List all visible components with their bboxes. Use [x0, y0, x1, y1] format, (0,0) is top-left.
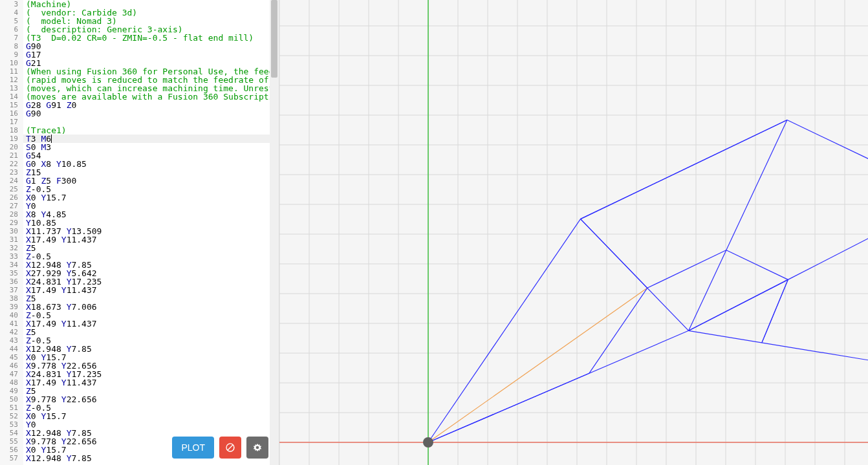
line-number: 25	[0, 185, 23, 193]
code-line[interactable]: T3 M6	[23, 135, 279, 143]
cut-segment	[689, 279, 788, 330]
line-number: 42	[0, 328, 23, 336]
code-line[interactable]: (Trace1)	[23, 126, 279, 135]
line-number: 56	[0, 446, 23, 454]
line-number: 34	[0, 261, 23, 269]
cut-segment	[428, 330, 689, 442]
cut-segment	[762, 279, 788, 342]
editor-code[interactable]: (Machine)( vendor: Carbide 3d)( model: N…	[23, 0, 279, 465]
line-number: 49	[0, 387, 23, 395]
line-number: 19	[0, 135, 23, 143]
code-line[interactable]: X17.49 Y11.437	[23, 235, 279, 244]
cut-segment	[788, 197, 868, 280]
line-number: 30	[0, 227, 23, 235]
stop-button[interactable]	[219, 437, 241, 459]
line-number: 13	[0, 84, 23, 92]
code-line[interactable]: X0 Y15.7	[23, 412, 279, 420]
line-number: 47	[0, 370, 23, 378]
code-line[interactable]: X17.49 Y11.437	[23, 378, 279, 387]
plot-button[interactable]: PLOT	[172, 437, 214, 459]
line-number: 27	[0, 202, 23, 210]
code-line[interactable]: X9.778 Y22.656	[23, 395, 279, 404]
line-number: 3	[0, 0, 23, 8]
line-number: 21	[0, 151, 23, 160]
code-line[interactable]: G28 G91 Z0	[23, 101, 279, 109]
line-number: 33	[0, 252, 23, 261]
code-line[interactable]: G0 X8 Y10.85	[23, 160, 279, 168]
line-number: 52	[0, 412, 23, 420]
line-number: 32	[0, 244, 23, 252]
line-number: 39	[0, 303, 23, 311]
line-number: 41	[0, 319, 23, 328]
editor-gutter: 3456789101112131415161718192021222324252…	[0, 0, 23, 465]
line-number: 17	[0, 118, 23, 126]
line-number: 43	[0, 336, 23, 345]
cut-segment	[689, 120, 787, 331]
code-line[interactable]: Z5	[23, 244, 279, 252]
origin-marker	[423, 437, 433, 448]
line-number: 38	[0, 294, 23, 303]
cut-segment	[428, 219, 581, 442]
editor-scrollbar[interactable]	[270, 0, 279, 465]
line-number: 26	[0, 193, 23, 202]
line-number: 22	[0, 160, 23, 168]
line-number: 29	[0, 219, 23, 227]
code-line[interactable]: S0 M3	[23, 143, 279, 151]
line-number: 31	[0, 235, 23, 244]
line-number: 53	[0, 420, 23, 429]
line-number: 7	[0, 34, 23, 42]
settings-button[interactable]	[246, 437, 268, 459]
line-number: 37	[0, 286, 23, 294]
line-number: 11	[0, 67, 23, 76]
line-number: 15	[0, 101, 23, 109]
code-line[interactable]: X18.673 Y7.006	[23, 303, 279, 311]
line-number: 20	[0, 143, 23, 151]
cut-segment	[689, 330, 868, 362]
line-number: 36	[0, 277, 23, 286]
code-line[interactable]: X8 Y4.85	[23, 210, 279, 219]
code-line[interactable]: G90	[23, 42, 279, 50]
line-number: 23	[0, 168, 23, 177]
code-line[interactable]: (T3 D=0.02 CR=0 - ZMIN=-0.5 - flat end m…	[23, 34, 279, 42]
line-number: 8	[0, 42, 23, 50]
editor-scrollbar-thumb[interactable]	[271, 0, 277, 78]
line-number: 18	[0, 126, 23, 135]
no-symbol-icon	[225, 442, 235, 453]
code-line[interactable]: X17.49 Y11.437	[23, 319, 279, 328]
cut-segment	[581, 219, 689, 331]
gcode-editor[interactable]: 3456789101112131415161718192021222324252…	[0, 0, 279, 465]
line-number: 35	[0, 269, 23, 277]
line-number: 28	[0, 210, 23, 219]
gear-icon	[252, 442, 263, 453]
rapid-segment	[428, 288, 647, 442]
line-number: 45	[0, 353, 23, 362]
line-number: 16	[0, 109, 23, 118]
toolpath-canvas[interactable]	[279, 0, 868, 465]
code-line[interactable]: G90	[23, 109, 279, 118]
line-number: 40	[0, 311, 23, 319]
line-number: 4	[0, 8, 23, 17]
code-line[interactable]: G17	[23, 50, 279, 59]
line-number: 9	[0, 50, 23, 59]
cut-segment	[647, 250, 726, 288]
line-number: 48	[0, 378, 23, 387]
line-number: 50	[0, 395, 23, 404]
line-number: 10	[0, 59, 23, 67]
code-line[interactable]: X17.49 Y11.437	[23, 286, 279, 294]
line-number: 12	[0, 76, 23, 84]
line-number: 5	[0, 17, 23, 25]
code-line[interactable]: Z5	[23, 328, 279, 336]
line-number: 24	[0, 177, 23, 185]
line-number: 44	[0, 345, 23, 353]
line-number: 14	[0, 92, 23, 101]
line-number: 55	[0, 437, 23, 446]
line-number: 6	[0, 25, 23, 34]
code-line[interactable]: X0 Y15.7	[23, 193, 279, 202]
cut-segment	[726, 250, 788, 280]
toolpath-viewer[interactable]	[279, 0, 868, 465]
line-number: 54	[0, 429, 23, 437]
line-number: 51	[0, 404, 23, 412]
code-line[interactable]: G1 Z5 F300	[23, 177, 279, 185]
cut-segment	[787, 120, 868, 197]
line-number: 46	[0, 362, 23, 370]
